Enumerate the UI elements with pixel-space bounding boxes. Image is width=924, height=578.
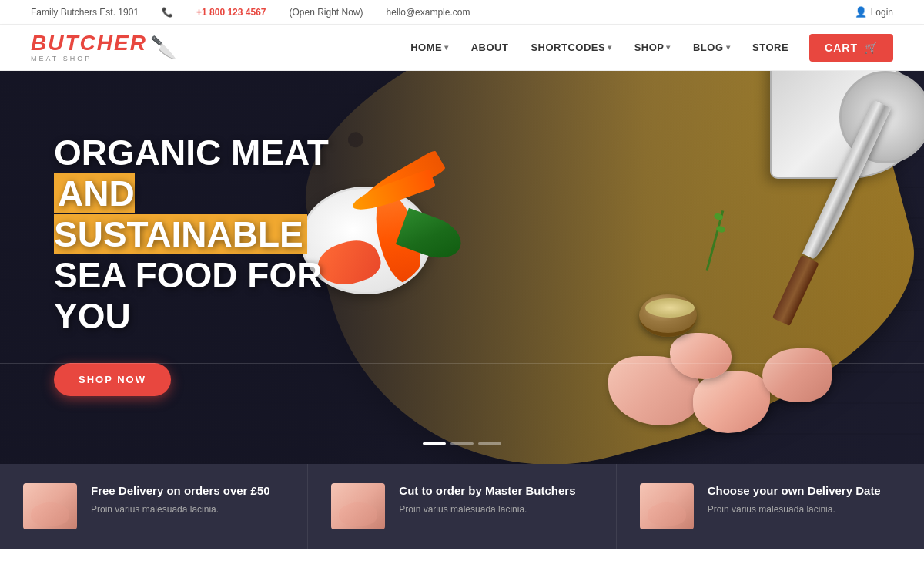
chevron-down-icon-2: ▾ (608, 43, 612, 52)
meat-piece-2 (693, 371, 770, 433)
brand-label: Family Butchers Est. 1901 (31, 7, 139, 18)
login-area[interactable]: 👤 Login (855, 6, 893, 18)
header: BUTCHER MEAT SHOP 🔪 HOME ▾ ABOUT SHORTCO… (0, 25, 924, 71)
hero-title: ORGANIC MEAT AND SUSTAINABLE SEA FOOD FO… (54, 133, 346, 336)
feature-item-2: Cut to order by Master Butchers Proin va… (308, 464, 616, 549)
hero-section: ORGANIC MEAT AND SUSTAINABLE SEA FOOD FO… (0, 71, 924, 464)
chevron-down-icon: ▾ (444, 43, 449, 52)
feature-text-1: Free Delivery on orders over £50 Proin v… (91, 483, 270, 516)
feature-text-2: Cut to order by Master Butchers Proin va… (399, 483, 575, 516)
top-bar: Family Butchers Est. 1901 📞 +1 800 123 4… (0, 0, 924, 25)
nav-item-blog[interactable]: BLOG ▾ (684, 35, 739, 59)
phone-divider: 📞 (162, 7, 173, 18)
feature-title-1: Free Delivery on orders over £50 (91, 483, 270, 499)
slider-dot-2[interactable] (450, 442, 474, 445)
phone-number[interactable]: +1 800 123 4567 (196, 7, 266, 18)
feature-item-1: Free Delivery on orders over £50 Proin v… (0, 464, 308, 549)
slider-dot-1[interactable] (423, 442, 446, 445)
feature-desc-3: Proin varius malesuada lacinia. (708, 502, 881, 516)
nav-item-shortcodes[interactable]: SHORTCODES ▾ (521, 35, 621, 59)
chevron-down-icon-4: ▾ (726, 43, 731, 52)
hero-title-highlight: AND SUSTAINABLE (54, 173, 307, 254)
feature-desc-2: Proin varius malesuada lacinia. (399, 502, 575, 516)
cart-label: CART (825, 42, 858, 54)
hero-content: ORGANIC MEAT AND SUSTAINABLE SEA FOOD FO… (54, 133, 346, 396)
person-icon: 👤 (855, 6, 867, 18)
chevron-down-icon-3: ▾ (666, 43, 671, 52)
feature-desc-1: Proin varius malesuada lacinia. (91, 502, 270, 516)
feature-image-3 (640, 483, 694, 529)
email-label[interactable]: hello@example.com (387, 7, 470, 18)
shop-now-label: SHOP NOW (79, 374, 146, 385)
cleaver-icon: 🔪 (150, 35, 177, 60)
hero-title-line1: ORGANIC MEAT (54, 133, 329, 173)
logo-text: BUTCHER MEAT SHOP (31, 32, 147, 62)
spice-bowl (639, 294, 701, 348)
main-nav: HOME ▾ ABOUT SHORTCODES ▾ SHOP ▾ BLOG ▾ … (401, 34, 893, 62)
meat-area (570, 294, 862, 449)
hero-divider (0, 363, 924, 364)
slider-dot-3[interactable] (478, 442, 501, 445)
feature-item-3: Choose your own Delivery Date Proin vari… (617, 464, 924, 549)
logo-subtitle: MEAT SHOP (31, 55, 147, 62)
feature-title-3: Choose your own Delivery Date (708, 483, 881, 499)
logo-area[interactable]: BUTCHER MEAT SHOP 🔪 (31, 32, 177, 62)
nav-item-store[interactable]: STORE (743, 35, 798, 59)
meat-piece-3 (762, 348, 832, 402)
feature-title-2: Cut to order by Master Butchers (399, 483, 575, 499)
nav-item-shop[interactable]: SHOP ▾ (625, 35, 680, 59)
shop-now-button[interactable]: SHOP NOW (54, 363, 171, 396)
login-label[interactable]: Login (871, 7, 893, 18)
feature-text-3: Choose your own Delivery Date Proin vari… (708, 483, 881, 516)
open-label: (Open Right Now) (289, 7, 363, 18)
features-section: Free Delivery on orders over £50 Proin v… (0, 464, 924, 549)
slider-dots (423, 442, 501, 445)
nav-item-home[interactable]: HOME ▾ (401, 35, 458, 59)
cart-button[interactable]: CART 🛒 (809, 34, 893, 62)
cart-icon: 🛒 (864, 42, 878, 54)
nav-item-about[interactable]: ABOUT (462, 35, 518, 59)
hero-title-line3: SEA FOOD FOR YOU (54, 255, 322, 336)
logo-title: BUTCHER (31, 32, 147, 54)
feature-image-2 (331, 483, 385, 529)
feature-image-1 (23, 483, 77, 529)
